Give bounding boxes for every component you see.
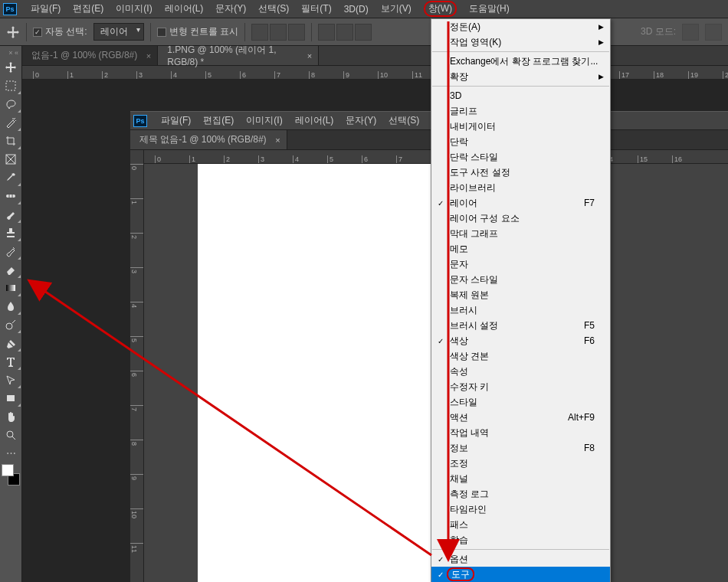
mode3d-icon[interactable] [682, 24, 699, 41]
menu-item-액션[interactable]: 액션Alt+F9 [431, 410, 610, 425]
close-icon[interactable]: × [307, 51, 312, 60]
tool-pen[interactable] [0, 334, 21, 352]
menu-item-색상 견본[interactable]: 색상 견본 [431, 348, 610, 364]
menu-item-측정 로그[interactable]: 측정 로그 [431, 486, 610, 502]
menu-item-라이브러리[interactable]: 라이브러리 [431, 180, 610, 195]
menu-item-색상[interactable]: ✓색상F6 [431, 333, 610, 348]
document-tab[interactable]: 없음-1 @ 100% (RGB/8#)× [22, 46, 158, 65]
menu-separator [432, 51, 609, 52]
tool-history[interactable] [0, 242, 21, 260]
menu-item-채널[interactable]: 채널 [431, 471, 610, 486]
layer-dropdown[interactable]: 레이어 [93, 23, 144, 41]
mode3d-icon[interactable] [705, 24, 722, 41]
menu-item-3D[interactable]: 3D [431, 88, 610, 103]
tool-heal[interactable] [0, 187, 21, 205]
tool-type[interactable] [0, 352, 21, 371]
menu-파일(F)[interactable]: 파일(F) [25, 0, 67, 18]
menu-이미지(I)[interactable]: 이미지(I) [240, 112, 288, 129]
menu-선택(S)[interactable]: 선택(S) [252, 0, 295, 18]
menu-창(W)[interactable]: 창(W) [418, 0, 463, 18]
menu-item-글리프[interactable]: 글리프 [431, 103, 610, 119]
tool-dodge[interactable] [0, 316, 21, 334]
color-swatch[interactable] [0, 464, 21, 486]
menu-item-복제 원본[interactable]: 복제 원본 [431, 287, 610, 302]
tool-zoom[interactable] [0, 426, 21, 444]
tool-blur[interactable] [0, 297, 21, 316]
menu-필터(T)[interactable]: 필터(T) [295, 0, 337, 18]
align-icon[interactable] [336, 24, 353, 41]
collapse-icon[interactable]: × « [0, 49, 21, 58]
menu-item-수정자 키[interactable]: 수정자 키 [431, 379, 610, 394]
menu-item-Exchange에서 확장 프로그램 찾기...[interactable]: Exchange에서 확장 프로그램 찾기... [431, 54, 610, 69]
menu-이미지(I)[interactable]: 이미지(I) [110, 0, 158, 18]
menu-문자(Y)[interactable]: 문자(Y) [209, 0, 252, 18]
menu-파일(F)[interactable]: 파일(F) [155, 112, 197, 129]
tool-rect[interactable] [0, 389, 21, 407]
menu-item-도구 사전 설정[interactable]: 도구 사전 설정 [431, 165, 610, 180]
document-tab[interactable]: 1.PNG @ 100% (레이어 1, RGB/8) *× [158, 46, 319, 65]
align-icon[interactable] [318, 24, 335, 41]
menu-item-단락 스타일[interactable]: 단락 스타일 [431, 149, 610, 165]
menu-편집(E)[interactable]: 편집(E) [67, 0, 110, 18]
menu-item-메모[interactable]: 메모 [431, 241, 610, 257]
menu-item-조정[interactable]: 조정 [431, 456, 610, 471]
menu-item-도구[interactable]: ✓도구 [431, 567, 610, 582]
show-transform-checkbox[interactable]: 변형 컨트롤 표시 [157, 25, 239, 38]
menu-레이어(L)[interactable]: 레이어(L) [159, 0, 210, 18]
ruler-tick: 1 [130, 198, 143, 233]
menu-item-학습[interactable]: 학습 [431, 532, 610, 548]
menu-item-작업 내역[interactable]: 작업 내역 [431, 425, 610, 440]
auto-select-checkbox[interactable]: ✓ 자동 선택: [33, 25, 87, 38]
menu-item-문자[interactable]: 문자 [431, 257, 610, 272]
menu-item-label: 3D [450, 90, 461, 101]
menu-item-정돈(A)[interactable]: 정돈(A)▶ [431, 19, 610, 34]
menu-선택(S)[interactable]: 선택(S) [382, 112, 425, 129]
menu-item-정보[interactable]: 정보F8 [431, 440, 610, 456]
menu-item-단락[interactable]: 단락 [431, 134, 610, 149]
menu-item-패스[interactable]: 패스 [431, 517, 610, 532]
menu-item-브러시[interactable]: 브러시 [431, 302, 610, 318]
menu-item-작업 영역(K)[interactable]: 작업 영역(K)▶ [431, 34, 610, 50]
align-icon[interactable] [270, 24, 287, 41]
tool-gradient[interactable] [0, 279, 21, 297]
menu-item-레이어 구성 요소[interactable]: 레이어 구성 요소 [431, 211, 610, 226]
menu-item-스타일[interactable]: 스타일 [431, 394, 610, 410]
menu-편집(E)[interactable]: 편집(E) [197, 112, 240, 129]
nested-tab[interactable]: 제목 없음-1 @ 100% (RGB/8#) × [130, 130, 287, 149]
tool-path[interactable] [0, 371, 21, 389]
menu-문자(Y)[interactable]: 문자(Y) [339, 112, 382, 129]
align-icon[interactable] [355, 24, 372, 41]
edit-toolbar-icon[interactable]: ⋯ [6, 444, 16, 461]
tool-wand[interactable] [0, 113, 21, 132]
tool-crop[interactable] [0, 132, 21, 150]
align-icon[interactable] [288, 24, 305, 41]
menu-item-label: 브러시 설정 [450, 319, 498, 332]
close-icon[interactable]: × [275, 136, 280, 145]
menu-도움말(H)[interactable]: 도움말(H) [463, 0, 516, 18]
tool-move[interactable] [0, 58, 21, 77]
align-icon[interactable] [251, 24, 268, 41]
foreground-color[interactable] [2, 464, 14, 476]
close-icon[interactable]: × [146, 51, 151, 60]
tool-lasso[interactable] [0, 95, 21, 113]
tool-stamp[interactable] [0, 224, 21, 242]
menu-item-문자 스타일[interactable]: 문자 스타일 [431, 272, 610, 287]
menu-item-확장[interactable]: 확장▶ [431, 69, 610, 84]
menu-item-옵션[interactable]: ✓옵션 [431, 551, 610, 567]
tool-eraser[interactable] [0, 260, 21, 279]
menu-item-막대 그래프[interactable]: 막대 그래프 [431, 226, 610, 241]
tool-eyedropper[interactable] [0, 168, 21, 187]
tool-brush[interactable] [0, 205, 21, 224]
tool-marquee[interactable] [0, 77, 21, 95]
menu-item-내비게이터[interactable]: 내비게이터 [431, 119, 610, 134]
tool-frame[interactable] [0, 150, 21, 168]
menu-item-레이어[interactable]: ✓레이어F7 [431, 195, 610, 211]
menu-item-타임라인[interactable]: 타임라인 [431, 502, 610, 517]
menu-3D(D)[interactable]: 3D(D) [338, 0, 375, 18]
check-icon: ✓ [438, 555, 444, 564]
menu-item-속성[interactable]: 속성 [431, 364, 610, 379]
tool-hand[interactable] [0, 407, 21, 426]
menu-item-브러시 설정[interactable]: 브러시 설정F5 [431, 318, 610, 333]
menu-레이어(L)[interactable]: 레이어(L) [289, 112, 340, 129]
menu-보기(V)[interactable]: 보기(V) [375, 0, 418, 18]
